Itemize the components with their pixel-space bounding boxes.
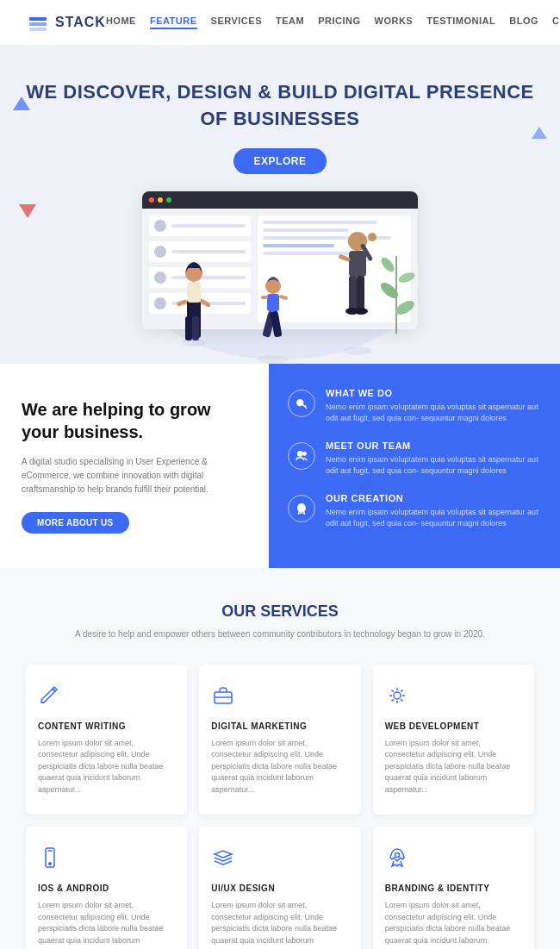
svg-rect-16 xyxy=(279,294,289,299)
service-title-3: WEB DEVELOPMENT xyxy=(385,721,522,731)
svg-point-28 xyxy=(354,308,368,315)
about-heading: We are helping to grow your business. xyxy=(22,398,247,443)
service-title-4: IOS & ANDROID xyxy=(38,883,175,893)
service-card-branding: BRANDING & IDENTITY Lorem ipsum dolor si… xyxy=(373,827,534,949)
svg-point-45 xyxy=(49,863,51,865)
briefcase-icon xyxy=(211,684,235,708)
svg-point-38 xyxy=(303,452,307,455)
feature-icon-2 xyxy=(288,442,315,470)
services-title: OUR SERVICES xyxy=(26,602,534,621)
nav-home[interactable]: HOME xyxy=(106,16,136,29)
services-grid: CONTENT WRITING Lorem ipsum dolor sit am… xyxy=(26,665,534,949)
nav-contact[interactable]: CONTACT xyxy=(552,16,560,29)
svg-point-43 xyxy=(394,692,401,699)
dot-red xyxy=(149,197,154,203)
explore-button[interactable]: EXPLORE xyxy=(233,148,327,174)
svg-point-32 xyxy=(397,270,416,284)
svg-point-12 xyxy=(258,355,289,364)
about-right: WHAT WE DO Nemo enim ipsam voluptatem qu… xyxy=(269,364,560,568)
nav-team[interactable]: TEAM xyxy=(276,16,304,29)
svg-point-34 xyxy=(297,399,303,405)
nav-pricing[interactable]: PRICING xyxy=(318,16,360,29)
nav-blog[interactable]: BLOG xyxy=(509,16,538,29)
service-title-2: DIGITAL MARKETING xyxy=(211,721,348,731)
feature-item-1: WHAT WE DO Nemo enim ipsam voluptatem qu… xyxy=(288,388,541,425)
dot-yellow xyxy=(158,197,163,203)
feature-text-2: MEET OUR TEAM Nemo enim ipsam voluptatem… xyxy=(326,440,541,478)
svg-point-19 xyxy=(344,347,371,355)
svg-rect-2 xyxy=(29,28,47,31)
deco-triangle-right xyxy=(532,127,547,139)
svg-point-33 xyxy=(379,255,397,274)
svg-point-39 xyxy=(298,503,306,511)
svg-point-31 xyxy=(378,279,401,301)
service-title-5: UI/UX DESIGN xyxy=(211,883,348,893)
about-left: We are helping to grow your business. A … xyxy=(0,364,269,568)
feature-text-1: WHAT WE DO Nemo enim ipsam voluptatem qu… xyxy=(326,388,541,425)
svg-rect-15 xyxy=(261,296,268,299)
svg-rect-8 xyxy=(177,299,188,307)
svg-rect-7 xyxy=(192,316,199,340)
about-description: A digital studio specialising in User Ex… xyxy=(22,455,247,496)
service-text-1: Lorem ipsum dolor sit amet, consectetur … xyxy=(38,738,175,796)
feature-text-3: OUR CREATION Nemo enim ipsam voluptatem … xyxy=(326,493,541,530)
services-subtitle: A desire to help and empower others betw… xyxy=(26,627,534,640)
web-development-icon xyxy=(385,684,522,711)
hero-section: WE DISCOVER, DESIGN & BUILD DIGITAL PRES… xyxy=(0,45,560,364)
hero-illustration xyxy=(26,191,534,364)
figures-svg xyxy=(142,222,418,364)
service-card-content-writing: CONTENT WRITING Lorem ipsum dolor sit am… xyxy=(26,665,187,815)
gear-icon xyxy=(385,684,409,708)
services-section: OUR SERVICES A desire to help and empowe… xyxy=(0,568,560,949)
branding-icon xyxy=(385,846,522,873)
feature-item-3: OUR CREATION Nemo enim ipsam voluptatem … xyxy=(288,493,541,530)
content-writing-icon xyxy=(38,684,175,711)
nav-testimonial[interactable]: TESTIMONIAL xyxy=(426,16,495,29)
nav-links: HOME FEATURE SERVICES TEAM PRICING WORKS… xyxy=(106,16,560,29)
more-about-button[interactable]: MORE ABOUT US xyxy=(22,512,129,534)
service-title-6: BRANDING & IDENTITY xyxy=(385,883,522,893)
service-card-web-development: WEB DEVELOPMENT Lorem ipsum dolor sit am… xyxy=(373,665,534,815)
phone-icon xyxy=(38,846,62,870)
layers-icon xyxy=(211,846,235,870)
service-text-3: Lorem ipsum dolor sit amet, consectetur … xyxy=(385,738,522,796)
svg-line-36 xyxy=(305,405,307,406)
svg-rect-6 xyxy=(185,316,192,340)
hero-headline: WE DISCOVER, DESIGN & BUILD DIGITAL PRES… xyxy=(26,79,534,133)
service-text-5: Lorem ipsum dolor sit amet, consectetur … xyxy=(211,900,348,949)
svg-rect-14 xyxy=(267,294,279,311)
feature-item-2: MEET OUR TEAM Nemo enim ipsam voluptatem… xyxy=(288,440,541,478)
nav-services[interactable]: SERVICES xyxy=(211,16,262,29)
service-text-6: Lorem ipsum dolor sit amet, consectetur … xyxy=(385,900,522,949)
rocket-icon xyxy=(385,846,409,870)
uiux-icon xyxy=(211,846,348,873)
svg-point-23 xyxy=(368,233,376,241)
key-icon xyxy=(296,397,308,409)
about-section: We are helping to grow your business. A … xyxy=(0,364,560,568)
logo-icon xyxy=(26,10,50,34)
service-text-2: Lorem ipsum dolor sit amet, consectetur … xyxy=(211,738,348,796)
svg-point-37 xyxy=(298,451,302,455)
brand-name: STACK xyxy=(55,15,106,30)
feature-icon-1 xyxy=(288,390,315,417)
pencil-icon xyxy=(38,684,62,708)
svg-rect-1 xyxy=(29,22,47,26)
team-icon xyxy=(296,450,308,462)
svg-rect-21 xyxy=(349,251,366,277)
service-card-ios-android: IOS & ANDROID Lorem ipsum dolor sit amet… xyxy=(26,827,187,949)
nav-works[interactable]: WORKS xyxy=(375,16,414,29)
navbar: STACK HOME FEATURE SERVICES TEAM PRICING… xyxy=(0,0,560,45)
dot-green xyxy=(166,197,171,203)
logo[interactable]: STACK xyxy=(26,10,106,34)
service-title-1: CONTENT WRITING xyxy=(38,721,175,731)
deco-triangle-blue xyxy=(13,97,30,110)
nav-feature[interactable]: FEATURE xyxy=(150,16,197,29)
svg-rect-10 xyxy=(187,282,201,303)
svg-point-47 xyxy=(395,853,399,858)
award-icon xyxy=(296,503,308,515)
digital-marketing-icon xyxy=(211,684,348,711)
svg-rect-26 xyxy=(357,276,364,310)
service-card-digital-marketing: DIGITAL MARKETING Lorem ipsum dolor sit … xyxy=(199,665,360,815)
svg-rect-0 xyxy=(29,17,47,21)
ios-android-icon xyxy=(38,846,175,873)
